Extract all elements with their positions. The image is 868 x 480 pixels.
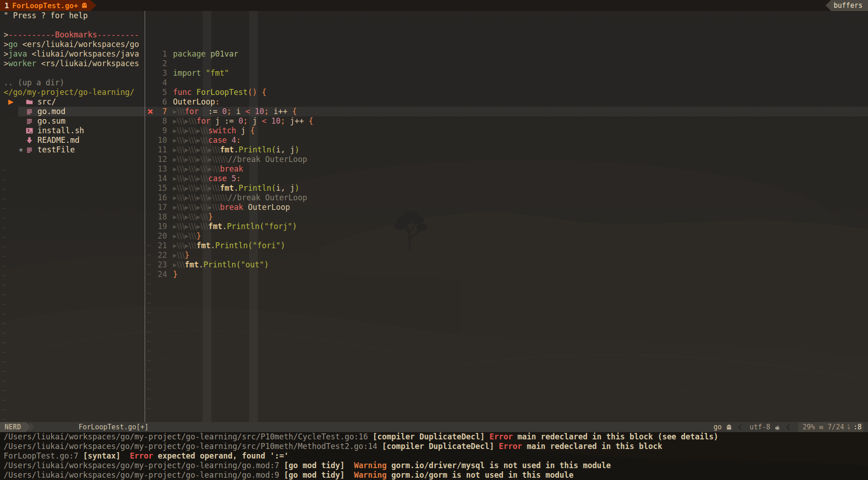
code-line-20[interactable]: 20▸\\\▸\\\} xyxy=(145,231,868,241)
diagnostic-message: /Users/liukai/workspaces/go/my-project/g… xyxy=(4,442,868,451)
code-line-18[interactable]: 18▸\\\▸\\\▸\\\} xyxy=(145,212,868,222)
sign-column xyxy=(145,136,155,145)
eob-tilde: ~ xyxy=(2,223,6,233)
sign-column xyxy=(145,193,155,203)
statusline: NERD ForLoopTest.go[+] go utf-8 29% ≡ 7/… xyxy=(0,422,868,432)
code-line-17[interactable]: 17▸\\\▸\\\▸\\\▸\\\break OuterLoop xyxy=(145,203,868,212)
sign-column xyxy=(145,174,155,183)
bookmark-worker[interactable]: >worker <rs/liukai/workspaces xyxy=(0,59,145,68)
code-text: ▸\\\▸\\\for j := 0; j < 10; j++ { xyxy=(173,116,313,126)
code-line-11[interactable]: 11▸\\\▸\\\▸\\\▸\\\fmt.Println(i, j) xyxy=(145,145,868,155)
window-separator[interactable] xyxy=(145,11,145,432)
tree-item-installsh[interactable]: install.sh xyxy=(0,126,145,136)
tree-item-label: README.md xyxy=(37,136,79,145)
code-line-5[interactable]: 5func ForLoopTest() { xyxy=(145,88,868,97)
sign-column xyxy=(145,183,155,193)
code-text: OuterLoop: xyxy=(173,97,220,107)
nerdtree-sidebar[interactable]: " Press ? for help>----------Bookmarks--… xyxy=(0,11,145,422)
line-number: 21 xyxy=(155,241,167,250)
eob-tilde: ~ xyxy=(147,404,151,413)
sign-column xyxy=(145,126,155,136)
eob-tilde: ~ xyxy=(2,338,6,348)
sign-column xyxy=(145,212,155,222)
code-line-16[interactable]: 16▸\\\▸\\\▸\\\▸\\\\\\//break OuterLoop xyxy=(145,193,868,203)
line-number: 16 xyxy=(155,193,167,203)
tabline: 1 ForLoopTest.go+ buffers xyxy=(0,0,868,11)
bookmark-java[interactable]: >java <liukai/workspaces/java xyxy=(0,49,145,59)
eob-tilde: ~ xyxy=(2,367,6,376)
code-line-9[interactable]: 9▸\\\▸\\\▸\\\switch j { xyxy=(145,126,868,136)
code-line-3[interactable]: 3import "fmt" xyxy=(145,68,868,78)
line-number: 19 xyxy=(155,222,167,231)
code-line-14[interactable]: 14▸\\\▸\\\▸\\\case 5: xyxy=(145,174,868,183)
code-text: ▸\\\▸\\\▸\\\case 4: xyxy=(173,136,241,145)
tree-item-READMEmd[interactable]: README.md xyxy=(0,136,145,145)
code-line-19[interactable]: 19▸\\\▸\\\▸\\\fmt.Println("forj") xyxy=(145,222,868,231)
code-line-8[interactable]: 8▸\\\▸\\\for j := 0; j < 10; j++ { xyxy=(145,116,868,126)
bookmark-go[interactable]: >go <ers/liukai/workspaces/go xyxy=(0,40,145,49)
code-line-22[interactable]: 22▸\\\} xyxy=(145,250,868,260)
eob-tilde: ~ xyxy=(147,375,151,385)
line-number: 7 xyxy=(155,107,167,116)
eob-tilde: ~ xyxy=(2,175,6,185)
tree-item-testFile[interactable]: ★testFile xyxy=(0,145,145,155)
line-number: 20 xyxy=(155,231,167,241)
line-number: 12 xyxy=(155,155,167,164)
statusline-right: go utf-8 29% ≡ 7/24 LN :8 xyxy=(714,422,868,432)
eob-tilde: ~ xyxy=(147,298,151,308)
line-number: 13 xyxy=(155,164,167,174)
linefeed-icon: LN xyxy=(848,424,850,430)
line-number: 4 xyxy=(155,78,167,88)
code-line-4[interactable]: 4 xyxy=(145,78,868,88)
code-line-12[interactable]: 12▸\\\▸\\\▸\\\▸\\\\\\//break OuterLoop xyxy=(145,155,868,164)
code-line-10[interactable]: 10▸\\\▸\\\▸\\\case 4: xyxy=(145,136,868,145)
sign-column xyxy=(145,164,155,174)
sign-column xyxy=(145,155,155,164)
code-line-21[interactable]: 21▸\\\▸\\\fmt.Println("fori") xyxy=(145,241,868,250)
list-icon xyxy=(26,108,33,115)
ghost-icon xyxy=(726,424,732,430)
code-line-2[interactable]: 2 xyxy=(145,59,868,68)
buffers-label[interactable]: buffers xyxy=(831,0,868,11)
code-line-1[interactable]: 1package p01var xyxy=(145,49,868,59)
code-line-23[interactable]: 23▸\\\fmt.Println("out") xyxy=(145,260,868,270)
code-text: ▸\\\▸\\\▸\\\▸\\\break xyxy=(173,164,243,174)
code-line-24[interactable]: 24} xyxy=(145,270,868,279)
folder-icon xyxy=(26,99,33,105)
statusline-column: :8 xyxy=(853,423,862,431)
error-sign-icon xyxy=(147,109,153,115)
tabline-spacer xyxy=(96,0,826,11)
code-text: ▸\\\fmt.Println("out") xyxy=(173,260,269,270)
eob-tilde: ~ xyxy=(2,300,6,309)
nerdtree-help-hint[interactable]: " Press ? for help xyxy=(0,11,145,21)
code-line-7[interactable]: 7▸\\\for := 0; i < 10; i++ { xyxy=(145,107,868,116)
code-lines: 1package p01var23import "fmt"45func ForL… xyxy=(145,49,868,279)
bookmarks-header[interactable]: >----------Bookmarks--------- xyxy=(0,30,145,40)
tab-forlooptest[interactable]: 1 ForLoopTest.go+ xyxy=(0,0,90,11)
eob-tilde: ~ xyxy=(2,319,6,329)
code-line-13[interactable]: 13▸\\\▸\\\▸\\\▸\\\break xyxy=(145,164,868,174)
expand-arrow-icon[interactable]: ▶ xyxy=(8,97,14,107)
tree-item-gomod[interactable]: go.mod xyxy=(0,107,145,116)
sign-column xyxy=(145,59,155,68)
tree-item-src[interactable]: ▶src/ xyxy=(0,97,145,107)
code-line-15[interactable]: 15▸\\\▸\\\▸\\\▸\\\fmt.Println(i, j) xyxy=(145,183,868,193)
code-line-6[interactable]: 6OuterLoop: xyxy=(145,97,868,107)
eob-tilde: ~ xyxy=(2,376,6,386)
chevron-left-icon xyxy=(738,424,744,430)
eob-tilde: ~ xyxy=(147,356,151,365)
code-editor[interactable]: 1package p01var23import "fmt"45func ForL… xyxy=(145,11,868,422)
up-a-dir[interactable]: .. (up a dir) xyxy=(0,78,145,88)
tree-item-gosum[interactable]: go.sum xyxy=(0,116,145,126)
line-number: 6 xyxy=(155,97,167,107)
tree-root-path[interactable]: </go/my-project/go-learning/ xyxy=(0,88,145,97)
line-number: 23 xyxy=(155,260,167,270)
line-number: 18 xyxy=(155,212,167,222)
powerline-arrow-icon xyxy=(29,422,35,432)
buffers-notch xyxy=(826,0,831,11)
error-messages: /Users/liukai/workspaces/go/my-project/g… xyxy=(0,432,868,480)
code-text: } xyxy=(173,270,178,279)
eob-tilde: ~ xyxy=(2,290,6,300)
tree-item-label: src/ xyxy=(37,97,56,107)
code-text: ▸\\\▸\\\▸\\\} xyxy=(173,212,213,222)
